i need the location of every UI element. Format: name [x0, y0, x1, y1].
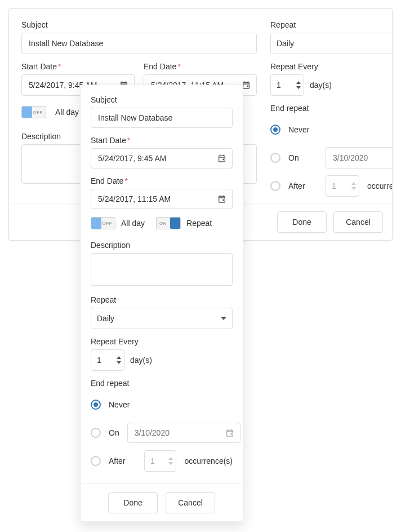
end-repeat-after-unit: occurrence(s)	[367, 181, 392, 190]
start-date-label: Start Date*	[21, 62, 135, 71]
calendar-icon[interactable]	[225, 428, 234, 437]
end-repeat-after-label: After	[288, 181, 318, 190]
subject-label: Subject	[91, 95, 233, 104]
repeat-label: Repeat	[91, 295, 233, 304]
repeat-value: Daily	[97, 314, 114, 323]
repeat-toggle-label: Repeat	[186, 219, 212, 228]
calendar-icon[interactable]	[217, 194, 226, 203]
repeat-every-label: Repeat Every	[270, 62, 392, 71]
end-date-label: End Date*	[91, 176, 233, 185]
end-repeat-label: End repeat	[270, 104, 392, 113]
repeat-label: Repeat	[270, 20, 392, 29]
repeat-select[interactable]: Daily	[91, 308, 233, 329]
repeat-every-value: 1	[277, 81, 293, 90]
repeat-select[interactable]: Daily	[270, 33, 392, 54]
all-day-label: All day	[55, 108, 79, 117]
description-field[interactable]	[91, 253, 233, 286]
repeat-every-value: 1	[97, 356, 114, 365]
stepper-down-icon[interactable]	[296, 86, 301, 89]
end-repeat-label: End repeat	[91, 379, 233, 388]
end-repeat-after-value: 1	[332, 181, 349, 190]
repeat-every-label: Repeat Every	[91, 337, 233, 346]
done-button[interactable]: Done	[277, 211, 327, 233]
calendar-icon[interactable]	[217, 154, 226, 163]
right-column: Repeat Daily Repeat Every 1 d	[270, 20, 392, 192]
end-date-label: End Date*	[144, 62, 257, 71]
description-label: Description	[91, 241, 233, 250]
end-repeat-after-label: After	[109, 456, 136, 466]
subject-field[interactable]	[28, 38, 251, 48]
subject-input[interactable]	[91, 108, 233, 128]
end-repeat-on-label: On	[288, 153, 318, 162]
end-repeat-on-label: On	[109, 428, 119, 437]
stepper-down-icon[interactable]	[117, 361, 121, 364]
end-repeat-on-date[interactable]	[326, 147, 392, 169]
end-repeat-on-radio[interactable]	[270, 153, 280, 163]
toggle-knob	[91, 218, 101, 229]
end-repeat-never-radio[interactable]	[91, 400, 101, 410]
end-repeat-after-value: 1	[150, 456, 166, 466]
end-date-input[interactable]	[91, 189, 233, 209]
end-repeat-after-stepper[interactable]: 1	[144, 450, 176, 472]
cancel-button[interactable]: Cancel	[166, 492, 215, 513]
stepper-up-icon[interactable]	[296, 81, 301, 84]
all-day-toggle[interactable]: OFF	[21, 106, 46, 118]
stepper-up-icon[interactable]	[168, 457, 173, 460]
end-repeat-on-field[interactable]	[133, 428, 234, 438]
repeat-every-unit: day(s)	[130, 356, 152, 365]
all-day-toggle[interactable]: OFF	[91, 217, 115, 229]
subject-field[interactable]	[97, 113, 226, 123]
toggle-off-text: OFF	[33, 110, 43, 115]
end-repeat-never-label: Never	[109, 400, 138, 409]
repeat-every-unit: day(s)	[310, 81, 332, 90]
end-repeat-on-field[interactable]	[332, 153, 392, 163]
end-repeat-after-unit: occurrence(s)	[184, 456, 233, 466]
end-date-field[interactable]	[97, 194, 226, 204]
end-repeat-after-radio[interactable]	[91, 456, 101, 466]
stepper-down-icon[interactable]	[168, 462, 173, 465]
toggle-on-text: ON	[159, 221, 167, 226]
end-repeat-on-date[interactable]	[127, 423, 240, 443]
start-date-field[interactable]	[97, 153, 226, 163]
toggle-knob	[22, 107, 32, 118]
subject-label: Subject	[21, 20, 257, 29]
appointment-form-compact-body: Subject Start Date* End Date* O	[81, 85, 243, 484]
stepper-up-icon[interactable]	[117, 356, 121, 359]
stepper-down-icon[interactable]	[351, 187, 356, 190]
end-repeat-after-stepper[interactable]: 1	[326, 175, 359, 197]
appointment-form-compact: Subject Start Date* End Date* O	[80, 85, 243, 522]
end-repeat-never-label: Never	[288, 125, 318, 134]
repeat-value: Daily	[277, 39, 294, 48]
end-repeat-on-radio[interactable]	[91, 428, 101, 438]
end-repeat-after-radio[interactable]	[270, 181, 280, 191]
all-day-label: All day	[121, 219, 145, 228]
appointment-form-compact-footer: Done Cancel	[81, 484, 243, 521]
cancel-button[interactable]: Cancel	[333, 211, 383, 233]
stepper-up-icon[interactable]	[351, 182, 356, 185]
done-button[interactable]: Done	[108, 492, 158, 513]
repeat-every-stepper[interactable]: 1	[91, 349, 124, 371]
repeat-toggle[interactable]: ON	[156, 217, 181, 229]
chevron-down-icon	[221, 317, 226, 320]
repeat-every-stepper[interactable]: 1	[270, 74, 304, 96]
toggle-off-text: OFF	[103, 221, 113, 226]
start-date-input[interactable]	[91, 148, 233, 169]
toggle-knob	[170, 218, 180, 229]
subject-input[interactable]	[21, 33, 257, 54]
end-repeat-never-radio[interactable]	[270, 125, 280, 135]
start-date-label: Start Date*	[91, 136, 233, 145]
